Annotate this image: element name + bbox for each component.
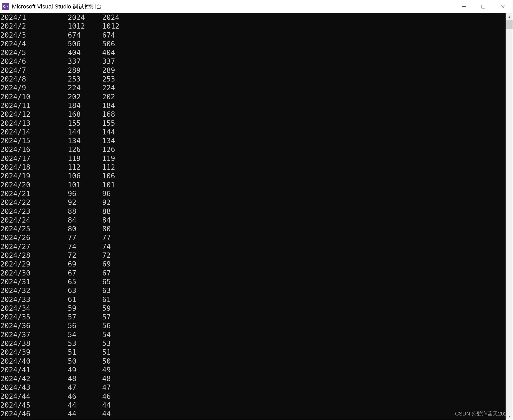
scrollbar-thumb[interactable] — [506, 20, 513, 29]
close-icon — [501, 4, 505, 9]
console-cell: 2024/30 — [0, 269, 68, 277]
console-output[interactable]: 2024/1202420242024/2101210122024/3674674… — [0, 13, 506, 420]
console-row: 2024/15134134 — [0, 136, 506, 145]
console-row: 2024/306767 — [0, 269, 506, 277]
console-cell: 2024/43 — [0, 383, 68, 392]
console-cell: 2024/42 — [0, 374, 68, 383]
scroll-up-arrow-icon[interactable]: ▴ — [506, 13, 513, 20]
console-row: 2024/5404404 — [0, 48, 506, 57]
console-cell: 65 — [102, 277, 111, 286]
console-cell: 53 — [102, 339, 111, 348]
console-row: 2024/248484 — [0, 216, 506, 224]
svg-rect-1 — [482, 5, 485, 8]
minimize-button[interactable] — [454, 0, 474, 13]
console-cell: 59 — [68, 304, 102, 313]
console-cell: 404 — [102, 48, 115, 57]
console-row: 2024/120242024 — [0, 13, 506, 22]
console-row: 2024/336161 — [0, 295, 506, 304]
console-cell: 253 — [102, 75, 115, 83]
console-cell: 2024/40 — [0, 357, 68, 365]
console-cell: 50 — [102, 357, 111, 365]
console-cell: 2024/31 — [0, 277, 68, 286]
console-cell: 337 — [68, 57, 102, 66]
console-cell: 134 — [102, 136, 115, 145]
console-cell: 2024/8 — [0, 75, 68, 83]
console-row: 2024/18112112 — [0, 163, 506, 171]
console-cell: 67 — [102, 269, 111, 277]
console-row: 2024/9224224 — [0, 83, 506, 92]
vertical-scrollbar[interactable]: ▴ ▾ — [506, 13, 513, 420]
console-cell: 2024/16 — [0, 145, 68, 154]
console-cell: 2024/4 — [0, 39, 68, 48]
console-cell: 77 — [68, 233, 102, 242]
console-cell: 2024/13 — [0, 119, 68, 128]
console-cell: 2024 — [102, 13, 119, 22]
titlebar[interactable]: C:\ Microsoft Visual Studio 调试控制台 — [0, 0, 513, 13]
console-cell: 404 — [68, 48, 102, 57]
console-cell: 67 — [68, 269, 102, 277]
console-cell: 2024/6 — [0, 57, 68, 66]
console-cell: 2024/10 — [0, 92, 68, 101]
console-cell: 51 — [102, 348, 111, 356]
console-cell: 101 — [68, 180, 102, 189]
console-cell: 2024/45 — [0, 401, 68, 409]
console-cell: 112 — [102, 163, 115, 171]
console-cell: 69 — [68, 260, 102, 268]
console-cell: 47 — [68, 383, 102, 392]
console-cell: 74 — [102, 242, 111, 251]
console-cell: 1012 — [68, 22, 102, 30]
console-cell: 84 — [102, 216, 111, 224]
console-cell: 50 — [68, 357, 102, 365]
console-cell: 92 — [68, 198, 102, 207]
console-row: 2024/424848 — [0, 374, 506, 383]
app-window: C:\ Microsoft Visual Studio 调试控制台 2024/1… — [0, 0, 513, 420]
scrollbar-track[interactable] — [506, 20, 513, 413]
console-cell: 202 — [102, 92, 115, 101]
console-cell: 69 — [102, 260, 111, 268]
console-row: 2024/229292 — [0, 198, 506, 207]
console-row: 2024/355757 — [0, 313, 506, 321]
console-cell: 2024/37 — [0, 330, 68, 339]
console-row: 2024/11184184 — [0, 101, 506, 110]
console-row: 2024/267777 — [0, 233, 506, 242]
console-cell: 224 — [68, 83, 102, 92]
console-cell: 88 — [102, 207, 111, 216]
minimize-icon — [462, 4, 466, 9]
console-cell: 44 — [102, 401, 111, 409]
scroll-down-arrow-icon[interactable]: ▾ — [506, 413, 513, 420]
console-cell: 2024/21 — [0, 189, 68, 198]
console-row: 2024/316565 — [0, 277, 506, 286]
console-cell: 96 — [102, 189, 111, 198]
console-cell: 63 — [102, 286, 111, 295]
console-cell: 80 — [102, 224, 111, 233]
console-cell: 2024 — [68, 13, 102, 22]
maximize-button[interactable] — [474, 0, 493, 13]
client-area: 2024/1202420242024/2101210122024/3674674… — [0, 13, 513, 420]
console-cell: 80 — [68, 224, 102, 233]
console-cell: 126 — [102, 145, 115, 154]
console-row: 2024/414949 — [0, 365, 506, 374]
console-cell: 184 — [68, 101, 102, 110]
console-row: 2024/434747 — [0, 383, 506, 392]
console-cell: 2024/2 — [0, 22, 68, 30]
console-cell: 2024/41 — [0, 365, 68, 374]
console-cell: 337 — [102, 57, 115, 66]
console-cell: 289 — [68, 66, 102, 75]
console-row: 2024/287272 — [0, 251, 506, 260]
close-button[interactable] — [493, 0, 513, 13]
console-row: 2024/258080 — [0, 224, 506, 233]
console-row: 2024/17119119 — [0, 154, 506, 163]
window-title: Microsoft Visual Studio 调试控制台 — [12, 3, 102, 11]
console-row: 2024/405050 — [0, 357, 506, 365]
console-cell: 674 — [68, 31, 102, 39]
console-cell: 74 — [68, 242, 102, 251]
console-cell: 155 — [102, 119, 115, 128]
console-cell: 101 — [102, 180, 115, 189]
console-cell: 96 — [68, 189, 102, 198]
console-cell: 2024/44 — [0, 392, 68, 401]
console-cell: 59 — [102, 304, 111, 313]
console-cell: 2024/1 — [0, 13, 68, 22]
console-row: 2024/16126126 — [0, 145, 506, 154]
console-cell: 2024/23 — [0, 207, 68, 216]
console-row: 2024/10202202 — [0, 92, 506, 101]
